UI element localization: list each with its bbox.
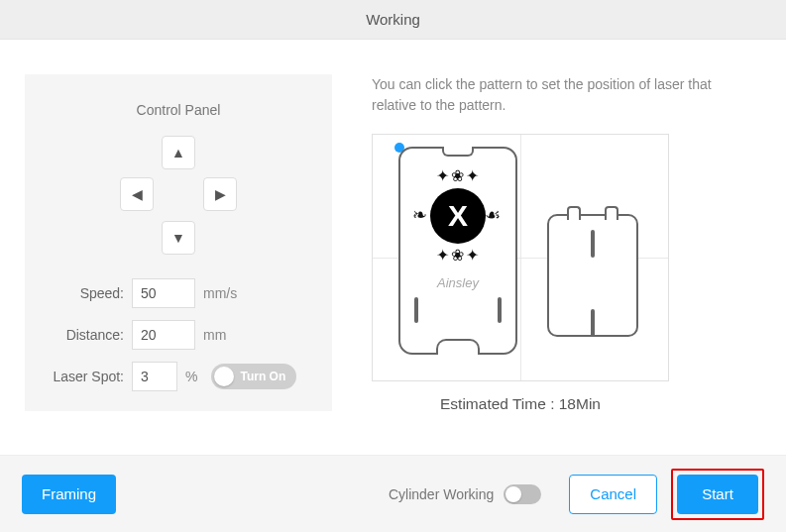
- main: Control Panel ▲ ◀ ▶ ▼ Speed: mm/s Distan…: [0, 40, 786, 433]
- speed-unit: mm/s: [203, 285, 237, 301]
- notch-icon: [442, 147, 474, 157]
- control-panel-title: Control Panel: [137, 102, 221, 118]
- preview-caption: Ainsley: [400, 275, 515, 290]
- laser-spot-toggle[interactable]: Turn On: [211, 364, 296, 389]
- ornament-icon: ✦❀✦: [413, 246, 503, 265]
- laser-spot-input[interactable]: [132, 362, 177, 391]
- header: Working: [0, 0, 786, 40]
- speed-row: Speed: mm/s: [45, 278, 312, 308]
- cancel-button[interactable]: Cancel: [569, 475, 657, 514]
- right-pane: You can click the pattern to set the pos…: [372, 74, 761, 413]
- toggle-knob-icon: [214, 367, 234, 386]
- preview-shape-phone-stand-front: ✦❀✦ ❧ ☙ X ✦❀✦ Ainsley: [398, 147, 517, 355]
- arrow-up-icon: ▲: [171, 145, 185, 160]
- distance-input[interactable]: [132, 320, 195, 350]
- instructions-text: You can click the pattern to set the pos…: [372, 74, 761, 116]
- start-button[interactable]: Start: [677, 475, 758, 514]
- framing-button[interactable]: Framing: [22, 475, 116, 514]
- slit-icon: [414, 297, 418, 323]
- logo-badge: X: [430, 188, 486, 244]
- arrow-down-icon: ▼: [171, 230, 185, 246]
- preview-shape-phone-stand-back: [547, 214, 638, 337]
- dpad-right-button[interactable]: ▶: [203, 177, 237, 211]
- distance-row: Distance: mm: [45, 320, 312, 350]
- highlight-annotation: Start: [671, 469, 764, 520]
- nub-icon: [605, 206, 618, 220]
- cylinder-working-wrap: Cylinder Working: [389, 484, 541, 504]
- distance-unit: mm: [203, 327, 226, 343]
- dpad-down-button[interactable]: ▼: [162, 221, 195, 255]
- notch-icon: [436, 339, 480, 355]
- slit-icon: [498, 297, 502, 323]
- slot-icon: [591, 309, 595, 337]
- badge-letter: X: [448, 199, 468, 233]
- nub-icon: [567, 206, 581, 220]
- dpad-left-button[interactable]: ◀: [120, 177, 154, 211]
- distance-label: Distance:: [45, 327, 124, 343]
- ornament-icon: ✦❀✦: [413, 166, 503, 185]
- fields: Speed: mm/s Distance: mm Laser Spot: % T…: [45, 278, 312, 391]
- toggle-knob-icon: [505, 486, 521, 502]
- arrow-left-icon: ◀: [132, 186, 143, 202]
- page-title: Working: [366, 11, 420, 28]
- laser-spot-row: Laser Spot: % Turn On: [45, 362, 312, 391]
- cylinder-working-toggle[interactable]: [504, 484, 541, 504]
- dpad: ▲ ◀ ▶ ▼: [114, 136, 243, 255]
- footer: Framing Cylinder Working Cancel Start: [0, 455, 786, 532]
- laser-spot-toggle-label: Turn On: [234, 370, 293, 383]
- arrow-right-icon: ▶: [215, 186, 226, 202]
- control-panel: Control Panel ▲ ◀ ▶ ▼ Speed: mm/s Distan…: [25, 74, 332, 411]
- speed-label: Speed:: [45, 285, 124, 301]
- speed-input[interactable]: [132, 278, 195, 308]
- laser-spot-label: Laser Spot:: [45, 369, 124, 384]
- pattern-preview[interactable]: ✦❀✦ ❧ ☙ X ✦❀✦ Ainsley: [372, 134, 669, 381]
- laser-spot-unit: %: [185, 369, 197, 384]
- cylinder-working-label: Cylinder Working: [389, 486, 494, 502]
- dpad-up-button[interactable]: ▲: [162, 136, 195, 169]
- estimated-time: Estimated Time : 18Min: [372, 395, 669, 413]
- slot-icon: [591, 230, 595, 258]
